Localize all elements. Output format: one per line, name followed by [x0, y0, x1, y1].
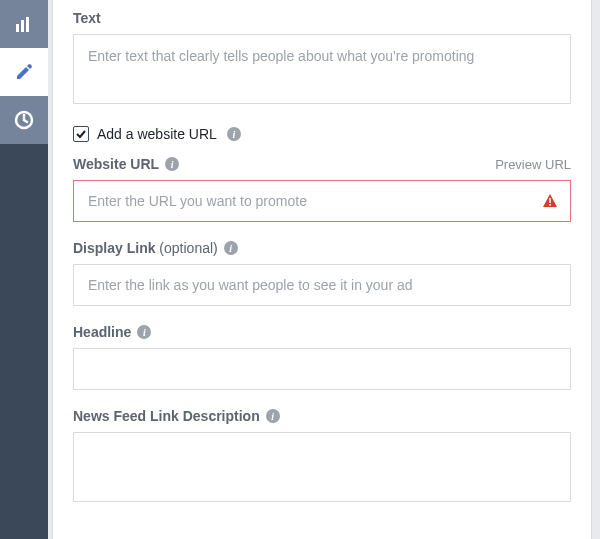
svg-rect-1 — [21, 20, 24, 32]
clock-icon — [14, 110, 34, 130]
newsfeed-desc-input[interactable] — [73, 432, 571, 502]
add-url-checkbox[interactable] — [73, 126, 89, 142]
text-input[interactable] — [73, 34, 571, 104]
sidebar-item-history[interactable] — [0, 96, 48, 144]
website-url-input[interactable] — [74, 181, 542, 221]
website-url-label: Website URL — [73, 156, 159, 172]
display-link-input[interactable] — [73, 264, 571, 306]
sidebar — [0, 0, 48, 539]
text-field-group: Text — [73, 10, 571, 108]
bar-chart-icon — [14, 14, 34, 34]
svg-rect-5 — [549, 204, 551, 206]
text-label: Text — [73, 10, 101, 26]
add-url-checkbox-label: Add a website URL — [97, 126, 217, 142]
pencil-icon — [15, 63, 33, 81]
form-outer: Text Add a website URL i Website URL i P… — [48, 0, 600, 539]
svg-rect-2 — [26, 17, 29, 32]
website-url-input-wrapper — [73, 180, 571, 222]
headline-input[interactable] — [73, 348, 571, 390]
headline-label: Headline — [73, 324, 131, 340]
website-url-group: Website URL i Preview URL — [73, 156, 571, 222]
warning-icon — [542, 193, 558, 209]
display-link-label: Display Link (optional) — [73, 240, 218, 256]
preview-url-link[interactable]: Preview URL — [495, 157, 571, 172]
svg-rect-4 — [549, 198, 551, 203]
ad-form-panel: Text Add a website URL i Website URL i P… — [52, 0, 592, 539]
svg-rect-0 — [16, 24, 19, 32]
info-icon[interactable]: i — [227, 127, 241, 141]
sidebar-item-edit[interactable] — [0, 48, 48, 96]
headline-group: Headline i — [73, 324, 571, 390]
sidebar-item-analytics[interactable] — [0, 0, 48, 48]
newsfeed-desc-group: News Feed Link Description i — [73, 408, 571, 506]
info-icon[interactable]: i — [224, 241, 238, 255]
info-icon[interactable]: i — [165, 157, 179, 171]
info-icon[interactable]: i — [266, 409, 280, 423]
display-link-group: Display Link (optional) i — [73, 240, 571, 306]
info-icon[interactable]: i — [137, 325, 151, 339]
add-url-checkbox-row: Add a website URL i — [73, 126, 571, 142]
newsfeed-desc-label: News Feed Link Description — [73, 408, 260, 424]
